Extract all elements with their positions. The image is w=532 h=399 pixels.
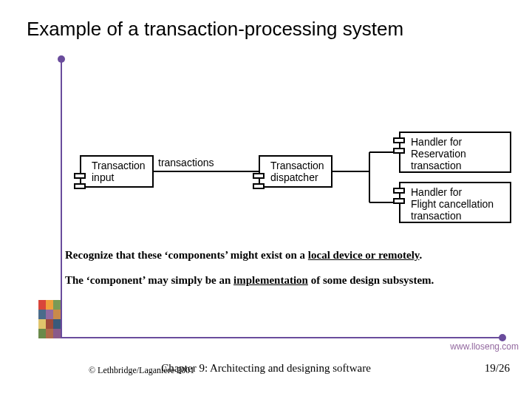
footer-chapter: Chapter 9: Architecting and designing so… — [0, 362, 532, 375]
component-handler-reservation: Handler forReservationtransaction — [399, 132, 511, 173]
site-url: www.lloseng.com — [450, 341, 519, 352]
body-p2-underline: implementation — [233, 274, 308, 286]
edge-label-transactions: transactions — [158, 157, 214, 168]
component-transaction-input: Transactioninput — [80, 155, 154, 188]
body-p2-a: The ‘component’ may simply be an — [65, 274, 233, 286]
footer-page: 19/26 — [485, 362, 510, 375]
body-text: Recognize that these ‘components’ might … — [65, 248, 508, 299]
component-handler-cancellation: Handler forFlight cancellationtransactio… — [399, 182, 511, 223]
component-label: Handler forReservationtransaction — [411, 136, 466, 171]
body-p1-underline: local device or remotely — [308, 249, 420, 261]
component-label: Handler forFlight cancellationtransactio… — [411, 186, 494, 222]
decorative-pattern — [38, 300, 61, 338]
component-label: Transactiondispatcher — [270, 160, 324, 183]
horizontal-rule — [61, 337, 502, 338]
vertical-rule — [61, 59, 62, 338]
body-p2-b: of some design subsystem. — [308, 274, 434, 286]
body-p1-b: . — [420, 249, 423, 261]
body-p1-a: Recognize that these ‘components’ might … — [65, 249, 308, 261]
slide-title: Example of a transaction-processing syst… — [27, 18, 403, 41]
component-label: Transactioninput — [92, 160, 146, 183]
component-transaction-dispatcher: Transactiondispatcher — [259, 155, 332, 188]
